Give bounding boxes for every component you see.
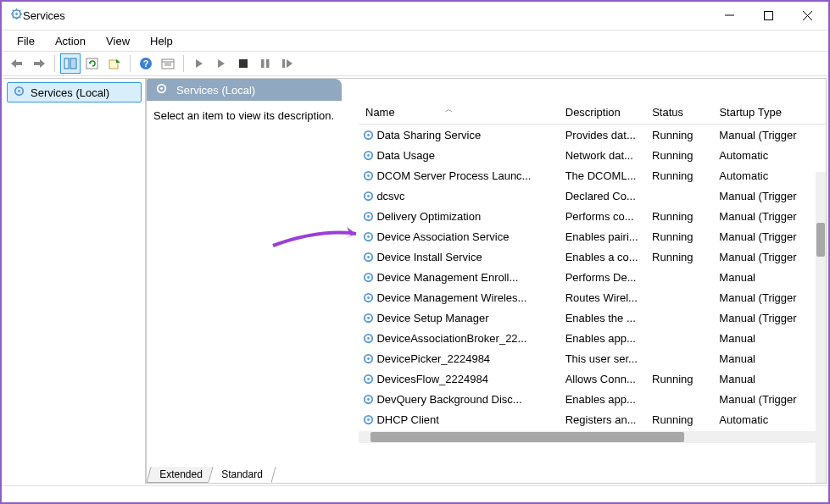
service-name: Device Management Enroll... (376, 271, 565, 284)
service-row[interactable]: Device Setup ManagerEnables the ...Manua… (359, 307, 826, 328)
service-row[interactable]: DHCP ClientRegisters an...RunningAutomat… (359, 409, 826, 429)
service-description: The DCOML... (565, 169, 652, 182)
service-icon (362, 149, 376, 162)
menu-file[interactable]: File (8, 33, 43, 49)
service-status: Running (652, 373, 719, 385)
service-startup: Manual (Trigger (719, 129, 826, 141)
svg-point-44 (367, 337, 370, 340)
service-name: Device Management Wireles... (376, 291, 565, 304)
svg-point-40 (367, 296, 370, 299)
svg-point-1 (15, 13, 18, 15)
sidebar-item-services-local[interactable]: Services (Local) (7, 82, 142, 102)
service-row[interactable]: dcsvcDeclared Co...Manual (Trigger (359, 186, 826, 206)
service-row[interactable]: DevQuery Background Disc...Enables app..… (359, 389, 826, 409)
tab-extended[interactable]: Extended (146, 467, 215, 483)
start-button[interactable] (189, 53, 209, 74)
statusbar (2, 485, 828, 501)
service-icon (362, 169, 376, 182)
column-startup-type[interactable]: Startup Type (719, 106, 826, 119)
service-row[interactable]: DCOM Server Process Launc...The DCOML...… (359, 165, 826, 186)
service-status: Running (652, 251, 719, 263)
service-startup: Manual (Trigger (719, 393, 826, 406)
service-row[interactable]: Device Management Wireles...Routes Wirel… (359, 287, 826, 307)
minimize-button[interactable] (710, 3, 749, 30)
service-name: DCOM Server Process Launc... (376, 169, 565, 182)
restart-button[interactable] (277, 53, 298, 74)
service-description: Enables app... (565, 332, 652, 345)
menubar: File Action View Help (2, 30, 828, 51)
service-name: Data Usage (376, 149, 565, 162)
service-startup: Manual (Trigger (719, 210, 826, 223)
svg-point-22 (160, 87, 163, 90)
svg-rect-16 (261, 59, 265, 68)
svg-rect-18 (282, 59, 285, 68)
svg-rect-17 (266, 59, 270, 68)
svg-point-20 (18, 90, 20, 92)
back-button[interactable] (7, 53, 27, 74)
tabs-strip: Extended Standard (147, 464, 270, 483)
service-row[interactable]: DeviceAssociationBroker_22...Enables app… (359, 328, 826, 348)
service-row[interactable]: Delivery OptimizationPerforms co...Runni… (359, 206, 826, 226)
service-row[interactable]: DevicesFlow_2224984Allows Conn...Running… (359, 368, 826, 389)
service-status: Running (652, 169, 719, 182)
close-button[interactable] (788, 3, 827, 30)
service-description: Declared Co... (565, 190, 652, 202)
service-status: Running (652, 413, 719, 426)
refresh-button[interactable] (82, 53, 103, 74)
svg-rect-7 (86, 58, 97, 69)
service-row[interactable]: Data Sharing ServiceProvides dat...Runni… (359, 125, 826, 145)
svg-point-46 (367, 357, 370, 360)
show-hide-tree-button[interactable] (60, 53, 81, 74)
service-status: Running (652, 210, 719, 223)
stop-button[interactable] (233, 53, 253, 74)
service-row[interactable]: Data UsageNetwork dat...RunningAutomatic (359, 145, 826, 165)
service-startup: Automatic (719, 149, 826, 162)
pause-button[interactable] (255, 53, 276, 74)
start2-button[interactable] (211, 53, 231, 74)
description-pane: Select an item to view its description. (147, 101, 359, 483)
svg-point-50 (367, 398, 370, 401)
svg-rect-6 (70, 58, 76, 69)
service-row[interactable]: Device Install ServiceEnables a co...Run… (359, 246, 826, 267)
sort-asc-icon: ︿ (445, 104, 453, 115)
service-icon (362, 251, 376, 263)
service-description: Enables app... (565, 393, 652, 406)
service-icon (362, 129, 376, 141)
column-description[interactable]: Description (565, 106, 652, 119)
service-icon (362, 393, 376, 406)
svg-point-52 (367, 418, 370, 421)
menu-help[interactable]: Help (142, 33, 181, 49)
service-icon (362, 332, 376, 345)
properties-button[interactable] (158, 53, 178, 74)
service-row[interactable]: Device Management Enroll...Performs De..… (359, 267, 826, 287)
menu-view[interactable]: View (97, 33, 138, 49)
vertical-scrollbar[interactable] (816, 172, 826, 484)
service-row[interactable]: Device Association ServiceEnables pairi.… (359, 226, 826, 246)
tab-standard[interactable]: Standard (208, 467, 276, 483)
service-name: DeviceAssociationBroker_22... (376, 332, 565, 345)
service-icon (362, 271, 376, 284)
service-description: Registers an... (565, 413, 652, 426)
service-icon (362, 352, 376, 365)
column-status[interactable]: Status (652, 106, 719, 119)
service-startup: Manual (Trigger (719, 251, 826, 263)
service-startup: Automatic (719, 413, 826, 426)
forward-button[interactable] (29, 53, 49, 74)
service-name: DevicesFlow_2224984 (376, 373, 565, 385)
svg-point-34 (367, 235, 370, 238)
horizontal-scrollbar[interactable] (359, 431, 826, 443)
service-icon (362, 291, 376, 304)
gear-icon (155, 82, 168, 97)
window-title: Services (23, 9, 710, 22)
export-button[interactable] (104, 53, 125, 74)
help-button[interactable]: ? (136, 53, 156, 74)
service-description: Enables the ... (565, 312, 652, 324)
service-row[interactable]: DevicePicker_2224984This user ser...Manu… (359, 348, 826, 368)
svg-point-36 (367, 256, 370, 258)
description-hint: Select an item to view its description. (153, 109, 334, 122)
service-description: Performs De... (565, 271, 652, 284)
maximize-button[interactable] (749, 3, 788, 30)
service-name: Device Association Service (376, 230, 565, 243)
menu-action[interactable]: Action (47, 33, 94, 49)
column-name[interactable]: Name︿ (362, 106, 565, 119)
